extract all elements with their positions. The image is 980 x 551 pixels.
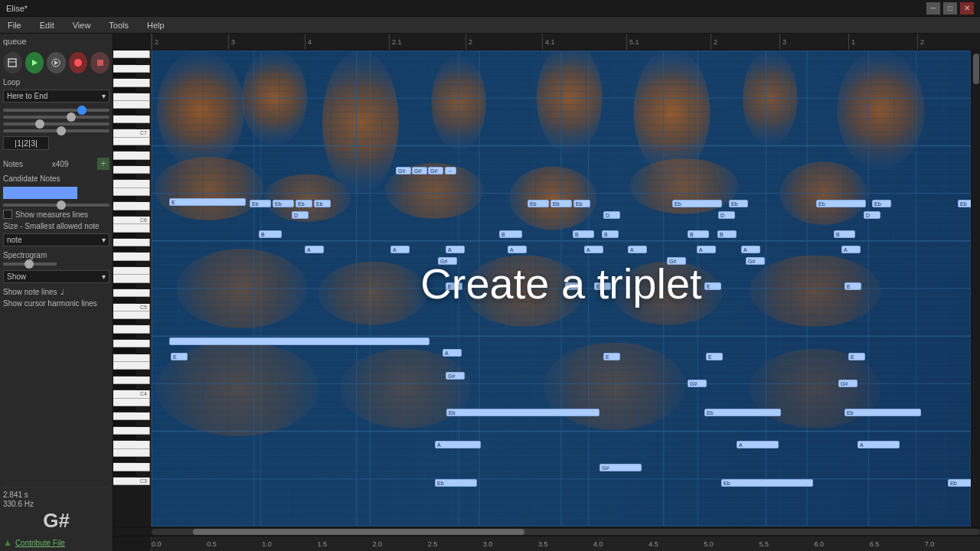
piano-key-F#3[interactable] (113, 435, 136, 441)
piano-key-C7[interactable]: C7 (113, 129, 150, 137)
piano-key-G7[interactable] (113, 79, 150, 86)
piano-key-G4[interactable] (113, 340, 150, 347)
piano-key-Eb7[interactable] (113, 109, 136, 115)
piano-key-Eb5[interactable] (113, 283, 136, 289)
record-button[interactable] (69, 52, 88, 73)
piano-key-B3[interactable] (113, 399, 150, 406)
current-note-display: G# (3, 509, 109, 533)
piano-key-C4[interactable]: C4 (113, 390, 150, 398)
piano-key-C6[interactable]: C6 (113, 217, 150, 224)
piano-key-Ab6[interactable] (113, 160, 136, 166)
piano-key-E6[interactable] (113, 188, 150, 196)
show-measures-checkbox[interactable] (3, 210, 12, 219)
piano-key-Db7[interactable] (113, 123, 136, 129)
piano-key-C3[interactable]: C3 (113, 478, 150, 485)
svg-point-5 (74, 59, 82, 67)
menu-help[interactable]: Help (142, 19, 169, 31)
loop-dropdown[interactable]: Here to End ▾ (3, 90, 109, 103)
contribute-row: ▲ Contribute File (3, 537, 109, 548)
slider-2[interactable] (3, 116, 109, 119)
close-button[interactable]: ✕ (960, 2, 974, 15)
menu-edit[interactable]: Edit (35, 19, 59, 31)
piano-key-F#6[interactable] (113, 174, 136, 180)
piano-key-F4[interactable] (113, 354, 150, 362)
piano-key-D3[interactable] (113, 463, 150, 471)
piano-key-B5[interactable] (113, 224, 150, 232)
piano-key-Ab4[interactable] (113, 334, 136, 340)
piano-key-F5[interactable] (113, 267, 150, 275)
stop-button[interactable] (90, 52, 109, 73)
top-timeline: 2342.124.15.123123 (113, 34, 980, 51)
show-dropdown[interactable]: Show ▾ (3, 270, 109, 283)
piano-key-A7[interactable] (113, 65, 150, 73)
menu-tools[interactable]: Tools (104, 19, 133, 31)
piano-key-G5[interactable] (113, 253, 150, 260)
menu-file[interactable]: File (3, 19, 26, 31)
piano-key-Bb3[interactable] (113, 406, 136, 412)
piano-key-D6[interactable] (113, 202, 150, 210)
piano-key-D4[interactable] (113, 377, 150, 384)
piano-key-Bb5[interactable] (113, 233, 136, 239)
piano-key-D5[interactable] (113, 289, 150, 297)
piano-key-label-C3: C3 (140, 478, 147, 484)
piano-key-A5[interactable] (113, 239, 150, 246)
piano-key-E4[interactable] (113, 362, 150, 370)
slider-3[interactable] (3, 122, 109, 126)
candidate-slider[interactable] (3, 204, 109, 207)
piano-key-F7[interactable] (113, 93, 150, 101)
piano-key-Db3[interactable] (113, 471, 136, 478)
note-size-label: Size - Smallest allowed note (3, 222, 109, 230)
minimize-button[interactable]: ─ (926, 2, 940, 15)
play-back-button[interactable] (25, 52, 44, 73)
piano-key-F#5[interactable] (113, 261, 136, 267)
piano-key-F#7[interactable] (113, 87, 136, 93)
slider-1[interactable] (3, 109, 109, 112)
piano-key-F3[interactable] (113, 441, 150, 448)
piano-key-Ab5[interactable] (113, 246, 136, 253)
piano-roll-grid[interactable]: G#G#G#→EEbEbEbEbDBBAAG#EbEbEbDBBAAG#EEEE… (152, 51, 971, 527)
piano-key-Eb6[interactable] (113, 196, 136, 202)
piano-key-G6[interactable] (113, 166, 150, 174)
slider-row-2 (3, 116, 109, 119)
piano-key-A4[interactable] (113, 325, 150, 333)
piano-key-F6[interactable] (113, 180, 150, 187)
piano-key-D7[interactable] (113, 116, 150, 123)
time-signature: |1|2|3| (3, 136, 49, 150)
piano-key-E7[interactable] (113, 101, 150, 109)
vscrollbar[interactable] (971, 51, 980, 527)
piano-key-G3[interactable] (113, 427, 150, 435)
maximize-button[interactable]: □ (943, 2, 957, 15)
piano-key-Db4[interactable] (113, 384, 136, 390)
play-button[interactable] (47, 52, 66, 73)
piano-key-A3[interactable] (113, 412, 150, 420)
note-size-arrow: ▾ (102, 236, 106, 244)
piano-key-B6[interactable] (113, 138, 150, 145)
edit-button[interactable] (3, 52, 22, 73)
slider-row-1 (3, 109, 109, 112)
hscrollbar-track[interactable] (152, 529, 980, 535)
piano-key-Db5[interactable] (113, 297, 136, 303)
piano-key-Bb6[interactable] (113, 145, 136, 152)
piano-key-E3[interactable] (113, 449, 150, 457)
piano-key-Ab3[interactable] (113, 420, 136, 426)
tl-tick-label: 2 (714, 38, 717, 46)
note-size-dropdown[interactable]: note ▾ (3, 233, 109, 246)
piano-key-Bb7[interactable] (113, 58, 136, 64)
slider-4[interactable] (3, 129, 109, 132)
add-notes-button[interactable]: + (97, 158, 109, 170)
hscrollbar[interactable] (113, 527, 980, 536)
piano-key-Db6[interactable] (113, 210, 136, 217)
piano-key-F#4[interactable] (113, 347, 136, 354)
piano-key-B4[interactable] (113, 311, 150, 319)
piano-key-C5[interactable]: C5 (113, 304, 150, 311)
piano-key-E5[interactable] (113, 275, 150, 282)
piano-key-Eb3[interactable] (113, 457, 136, 463)
piano-key-Eb4[interactable] (113, 370, 136, 376)
piano-key-A6[interactable] (113, 152, 150, 159)
contribute-link[interactable]: Contribute File (15, 539, 65, 547)
piano-key-Ab7[interactable] (113, 73, 136, 79)
piano-key-Bb4[interactable] (113, 319, 136, 325)
piano-key-B7[interactable] (113, 51, 150, 58)
menu-view[interactable]: View (68, 19, 96, 31)
spectrogram-slider[interactable] (3, 262, 57, 266)
